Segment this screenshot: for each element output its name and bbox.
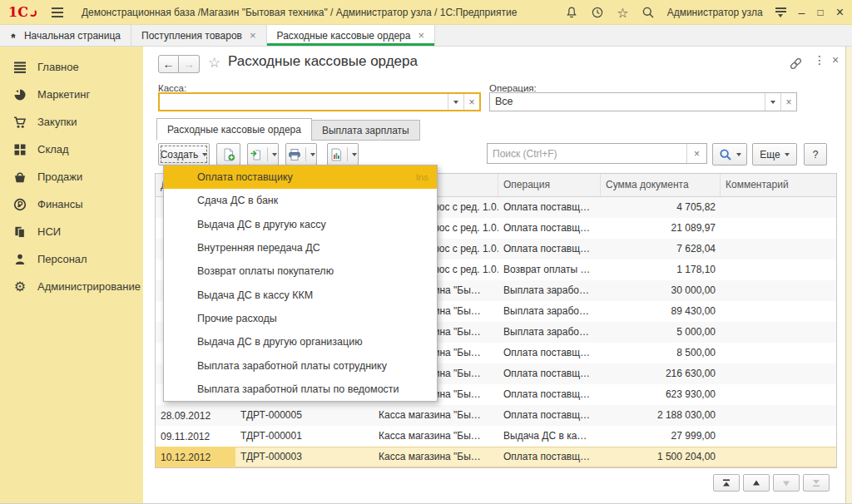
column-header-sum[interactable]: Сумма документа	[601, 174, 721, 196]
create-menu-item[interactable]: Выплата заработной платы сотруднику	[164, 353, 437, 377]
sidebar-item-purchases[interactable]: Закупки	[0, 108, 143, 136]
create-button[interactable]: Создать	[158, 143, 210, 166]
cell-operation: Выплата зарабо…	[498, 280, 601, 301]
cell-comment	[721, 301, 836, 322]
help-button[interactable]: ?	[804, 143, 827, 166]
sidebar-item-warehouse[interactable]: Склад	[0, 136, 143, 163]
sidebar-item-sales[interactable]: Продажи	[0, 163, 143, 190]
global-search-icon[interactable]	[641, 6, 655, 19]
add-to-favorites-star-icon[interactable]: ☆	[208, 54, 220, 72]
tab-cash-orders-list[interactable]: Расходные кассовые ордера	[156, 118, 312, 141]
right-edge-strip	[845, 47, 852, 504]
create-menu-item[interactable]: Выплата заработной платы по ведомости	[164, 378, 437, 401]
minimize-button[interactable]: –	[799, 7, 805, 18]
maximize-button[interactable]: □	[817, 7, 823, 17]
cell-operation: Оплата поставщ…	[498, 239, 601, 259]
cell-comment	[721, 363, 836, 384]
main-menu-icon[interactable]	[52, 7, 63, 17]
go-down-button[interactable]	[773, 474, 800, 492]
menu-item-label: Сдача ДС в банк	[197, 195, 428, 206]
printer-icon	[288, 148, 301, 161]
column-header-comment[interactable]: Комментарий	[721, 174, 836, 196]
1c-logo-icon: 1С	[8, 4, 37, 20]
page-title: Расходные кассовые ордера	[228, 53, 418, 70]
create-based-on-icon	[250, 148, 263, 161]
go-up-button[interactable]	[743, 474, 770, 492]
menu-lines-icon	[13, 61, 27, 74]
sidebar-item-nsi[interactable]: НСИ	[0, 218, 143, 245]
new-document-icon	[222, 148, 235, 161]
search-input[interactable]	[488, 144, 686, 163]
tab-salary-payout[interactable]: Выплата зарплаты	[311, 120, 420, 141]
create-menu-item[interactable]: Внутренняя передача ДС	[164, 236, 437, 259]
create-menu-item[interactable]: Выдача ДС в кассу ККМ	[164, 283, 437, 306]
chevron-down-icon	[785, 153, 790, 156]
cell-sum: 5 000,00	[601, 322, 721, 343]
create-based-on-button[interactable]	[247, 143, 279, 166]
create-dropdown-menu: Оплата поставщику Ins Сдача ДС в банк Вы…	[163, 165, 438, 402]
operation-clear-button[interactable]: ×	[780, 93, 796, 111]
tab-cash-expenditure-orders[interactable]: Расходные кассовые ордера ×	[267, 25, 436, 46]
advanced-search-button[interactable]	[712, 143, 747, 166]
kassa-filter-combo[interactable]: ×	[158, 92, 481, 111]
cell-comment	[721, 259, 836, 280]
sidebar-item-marketing[interactable]: Маркетинг	[0, 81, 143, 108]
chevron-down-icon	[352, 153, 357, 156]
operation-filter-value[interactable]: Все	[490, 93, 765, 111]
create-menu-item[interactable]: Возврат оплаты покупателю	[164, 259, 437, 283]
go-to-first-button[interactable]	[713, 474, 740, 492]
notifications-bell-icon[interactable]	[565, 6, 578, 19]
column-header-operation[interactable]: Операция	[498, 174, 601, 196]
sidebar-item-main[interactable]: Главное	[0, 53, 143, 81]
search-clear-icon[interactable]: ×	[686, 144, 706, 163]
pie-chart-icon	[13, 88, 27, 101]
tab-goods-receipts[interactable]: Поступления товаров ×	[131, 25, 267, 46]
create-menu-item[interactable]: Прочие расходы	[164, 307, 437, 330]
more-actions-dots-icon[interactable]: ⋮	[814, 53, 825, 67]
title-bar-actions: ☆ Администратор узла – □ ×	[565, 0, 844, 25]
print-button[interactable]	[285, 143, 317, 166]
close-form-icon[interactable]: ×	[832, 53, 839, 67]
create-new-document-button[interactable]	[216, 143, 240, 166]
cell-date: 10.12.2012	[156, 447, 235, 467]
current-user-menu[interactable]: Администратор узла	[667, 7, 763, 18]
kassa-clear-button[interactable]: ×	[463, 94, 479, 110]
table-row[interactable]: 28.09.2012 ТДРТ-000005 Касса магазина "Б…	[156, 405, 836, 426]
sidebar-item-personnel[interactable]: Персонал	[0, 245, 143, 273]
ruble-icon	[13, 198, 27, 211]
menu-item-label: Выдача ДС в кассу ККМ	[197, 289, 428, 301]
history-icon[interactable]	[591, 6, 604, 19]
sidebar-item-administration[interactable]: ⚙ Администрирование	[0, 273, 143, 300]
cell-sum: 1 500 204,00	[601, 447, 721, 467]
get-link-icon[interactable]	[789, 57, 803, 74]
operation-dropdown-button[interactable]	[765, 93, 780, 111]
close-window-button[interactable]: ×	[836, 6, 844, 19]
report-document-icon	[329, 148, 343, 161]
forward-button[interactable]: →	[179, 55, 200, 73]
more-button[interactable]: Еще	[752, 143, 797, 166]
table-row[interactable]: 10.12.2012 ТДРТ-000003 Касса магазина "Б…	[156, 447, 836, 467]
cell-comment	[721, 239, 836, 259]
table-row[interactable]: 09.11.2012 ТДРТ-000001 Касса магазина "Б…	[156, 426, 836, 447]
favorites-star-icon[interactable]: ☆	[617, 5, 628, 21]
kassa-filter-value[interactable]	[160, 94, 448, 110]
tab-home-page[interactable]: Начальная страница	[0, 25, 131, 46]
sidebar-item-finance[interactable]: Финансы	[0, 190, 143, 218]
create-menu-item[interactable]: Выдача ДС в другую организацию	[164, 330, 437, 353]
operation-filter-combo[interactable]: Все ×	[489, 92, 797, 111]
reports-button[interactable]	[327, 143, 359, 166]
search-icon	[719, 148, 732, 161]
menu-item-label: Внутренняя передача ДС	[197, 242, 428, 254]
create-menu-item[interactable]: Выдача ДС в другую кассу	[164, 213, 437, 236]
create-menu-item[interactable]: Сдача ДС в банк	[164, 189, 437, 212]
close-tab-icon[interactable]: ×	[250, 29, 256, 42]
go-to-last-button[interactable]	[803, 474, 830, 492]
cell-comment	[721, 426, 836, 447]
service-settings-icon[interactable]	[775, 7, 786, 17]
close-tab-icon[interactable]: ×	[418, 29, 424, 42]
menu-item-label: Оплата поставщику	[197, 171, 416, 183]
cell-number: ТДРТ-000001	[235, 426, 374, 447]
kassa-dropdown-button[interactable]	[448, 94, 463, 110]
back-button[interactable]: ←	[158, 55, 179, 73]
create-menu-item[interactable]: Оплата поставщику Ins	[164, 166, 437, 189]
